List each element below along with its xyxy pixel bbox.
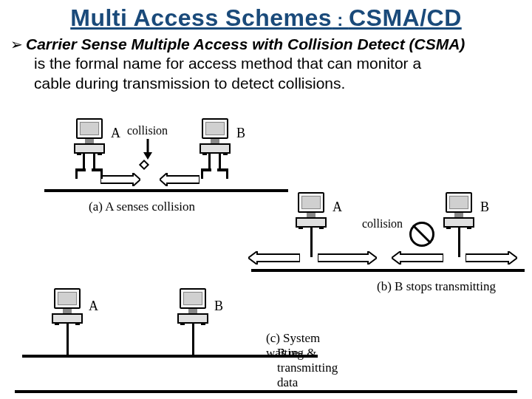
- svg-marker-2: [100, 173, 140, 186]
- down-arrow-icon: [142, 139, 154, 160]
- definition-1: is the formal name for access method tha…: [10, 54, 522, 73]
- label-a2: A: [332, 200, 342, 215]
- caption-a: (a) A senses collision: [89, 200, 195, 214]
- label-b: B: [236, 126, 245, 141]
- panel-c: A B (c) System waiting & B re-transmitti…: [22, 288, 332, 384]
- svg-marker-5: [318, 251, 377, 265]
- term: Carrier Sense Multiple Access with Colli…: [26, 35, 465, 52]
- arrow-right-icon: [100, 173, 140, 186]
- arrow-left-icon: [160, 173, 200, 186]
- caption-c2: B re-transmitting data: [277, 346, 338, 390]
- no-sign-icon: [409, 222, 434, 247]
- arrow-right-icon-b1: [318, 251, 377, 265]
- bullet-icon: ➢: [10, 36, 23, 52]
- svg-marker-6: [392, 251, 443, 265]
- arrow-left-icon-b: [248, 251, 300, 265]
- svg-marker-3: [160, 173, 200, 186]
- station-b1: [200, 118, 231, 154]
- title-sub: CSMA/CD: [349, 4, 462, 31]
- body-text: ➢Carrier Sense Multiple Access with Coll…: [0, 33, 532, 93]
- definition-2: cable during transmission to detect coll…: [10, 74, 522, 93]
- arrow-right-icon-b2: [466, 251, 517, 265]
- label-b3: B: [214, 299, 223, 314]
- label-a3: A: [89, 299, 98, 314]
- svg-marker-1: [143, 152, 152, 160]
- label-b2: B: [480, 200, 489, 215]
- label-a: A: [111, 126, 120, 141]
- station-b3: [177, 288, 208, 324]
- collision-marker-icon: [139, 160, 149, 170]
- cable-b: [251, 269, 525, 272]
- svg-marker-7: [466, 251, 517, 265]
- title-main: Multi Access Schemes: [70, 4, 332, 31]
- station-b2: [443, 192, 474, 228]
- arrow-left-icon-b2: [392, 251, 443, 265]
- bottom-rule: [15, 390, 517, 393]
- station-a3: [52, 288, 83, 324]
- slide-title: Multi Access Schemes : CSMA/CD: [0, 0, 532, 33]
- station-a1: [74, 118, 105, 154]
- title-sep: :: [332, 10, 349, 30]
- collision-label-b: collision: [362, 217, 403, 231]
- station-a2: [296, 192, 327, 228]
- collision-label-a: collision: [127, 124, 168, 137]
- svg-marker-4: [248, 251, 300, 265]
- caption-b: (b) B stops transmitting: [377, 279, 496, 294]
- diagram-area: A B collision (a) A sense: [0, 118, 532, 399]
- bullet-line: ➢Carrier Sense Multiple Access with Coll…: [10, 35, 522, 54]
